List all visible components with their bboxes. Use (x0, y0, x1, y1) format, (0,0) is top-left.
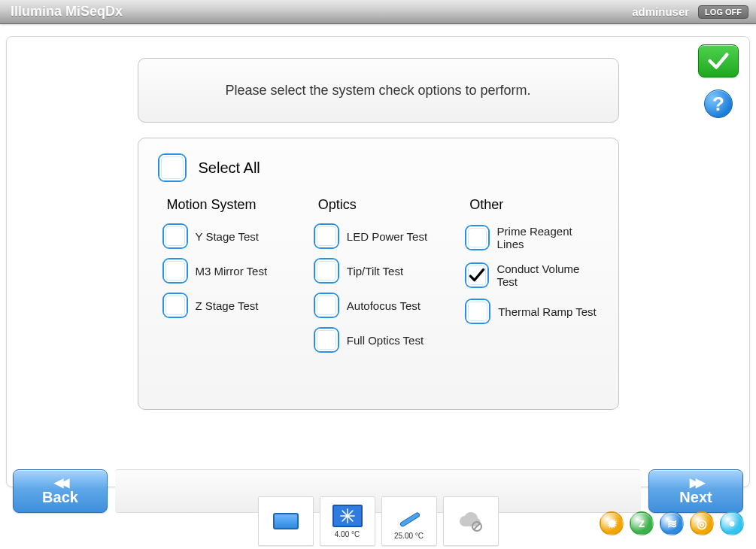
snowflake-icon (332, 505, 363, 527)
option-label: Z Stage Test (196, 299, 259, 312)
check-row: Thermal Ramp Test (466, 300, 597, 323)
options-panel: Select All Motion SystemY Stage TestM3 M… (138, 138, 619, 410)
question-icon: ? (712, 93, 724, 116)
status-tray: 4.00 °C 25.00 °C ✹z≋◎● (0, 493, 756, 549)
current-user: adminuser (632, 5, 689, 18)
help-button[interactable]: ? (704, 89, 733, 118)
option-checkbox[interactable] (315, 294, 338, 317)
option-label: M3 Mirror Test (196, 265, 268, 278)
chevron-right-icon: ▶▶ (690, 477, 702, 489)
option-label: Conduct Volume Test (496, 262, 597, 288)
option-checkbox[interactable] (315, 259, 338, 282)
option-checkbox[interactable] (466, 300, 489, 323)
tray-flowcell-temp-tile[interactable]: 25.00 °C (381, 496, 437, 546)
flowcell-icon (273, 513, 299, 529)
checkmark-icon (706, 48, 731, 74)
instruction-text: Please select the system check options t… (225, 83, 530, 99)
option-label: LED Power Test (347, 230, 427, 243)
svg-rect-4 (399, 512, 420, 527)
tray-cloud-tile[interactable] (443, 496, 499, 546)
option-label: Prime Reagent Lines (497, 225, 597, 250)
check-row: Z Stage Test (164, 294, 294, 317)
column-header: Optics (315, 197, 445, 213)
select-all-label: Select All (199, 159, 260, 177)
option-checkbox[interactable] (466, 226, 487, 249)
check-row: Conduct Volume Test (466, 262, 597, 288)
flowcell-temp: 25.00 °C (394, 532, 424, 540)
instruction-banner: Please select the system check options t… (138, 58, 619, 123)
status-ok-badge (698, 44, 739, 77)
main-card: ? Please select the system check options… (6, 36, 750, 487)
column-header: Motion System (164, 197, 294, 213)
options-column: OtherPrime Reagent LinesConduct Volume T… (466, 197, 597, 363)
chevron-left-icon: ◀◀ (54, 477, 66, 489)
option-label: Full Optics Test (347, 334, 424, 347)
option-checkbox[interactable] (315, 329, 338, 351)
check-row: LED Power Test (315, 225, 445, 247)
side-actions: ? (698, 44, 739, 118)
chiller-temp: 4.00 °C (335, 530, 360, 538)
log-off-button[interactable]: LOG OFF (698, 5, 748, 19)
column-header: Other (466, 197, 597, 213)
check-row: Prime Reagent Lines (466, 225, 597, 250)
option-label: Thermal Ramp Test (498, 305, 597, 318)
check-row: Full Optics Test (315, 329, 445, 351)
status-motion-icon[interactable]: ✹ (600, 511, 624, 535)
options-column: OpticsLED Power TestTip/Tilt TestAutofoc… (315, 197, 445, 363)
status-fluidics-icon[interactable]: ● (720, 511, 744, 535)
check-row: Y Stage Test (164, 225, 294, 247)
option-checkbox[interactable] (164, 294, 187, 317)
option-label: Tip/Tilt Test (347, 265, 403, 278)
tray-right: ✹z≋◎● (600, 511, 744, 535)
option-checkbox[interactable] (315, 225, 338, 247)
option-checkbox[interactable] (466, 264, 487, 287)
tray-flowcell-tile[interactable] (258, 496, 314, 546)
check-row: M3 Mirror Test (164, 259, 294, 282)
select-all-checkbox[interactable] (159, 155, 185, 180)
status-optics-icon[interactable]: ≋ (660, 511, 684, 535)
app-root: Illumina MiSeqDx adminuser LOG OFF ? Ple… (0, 0, 756, 549)
option-checkbox[interactable] (164, 225, 187, 247)
options-column: Motion SystemY Stage TestM3 Mirror TestZ… (164, 197, 294, 363)
reagent-strip-icon (395, 503, 424, 529)
option-label: Y Stage Test (196, 230, 260, 243)
app-title: Illumina MiSeqDx (11, 4, 123, 20)
option-columns: Motion SystemY Stage TestM3 Mirror TestZ… (159, 197, 597, 363)
select-all-row: Select All (159, 155, 597, 180)
check-row: Autofocus Test (315, 294, 445, 317)
check-row: Tip/Tilt Test (315, 259, 445, 282)
tray-center: 4.00 °C 25.00 °C (258, 496, 499, 546)
option-label: Autofocus Test (347, 299, 421, 312)
tray-chiller-tile[interactable]: 4.00 °C (320, 496, 375, 546)
status-camera-icon[interactable]: ◎ (690, 511, 714, 535)
status-zstage-icon[interactable]: z (630, 511, 654, 535)
title-bar: Illumina MiSeqDx adminuser LOG OFF (0, 0, 756, 24)
cloud-disabled-icon (456, 510, 486, 532)
option-checkbox[interactable] (164, 259, 187, 282)
